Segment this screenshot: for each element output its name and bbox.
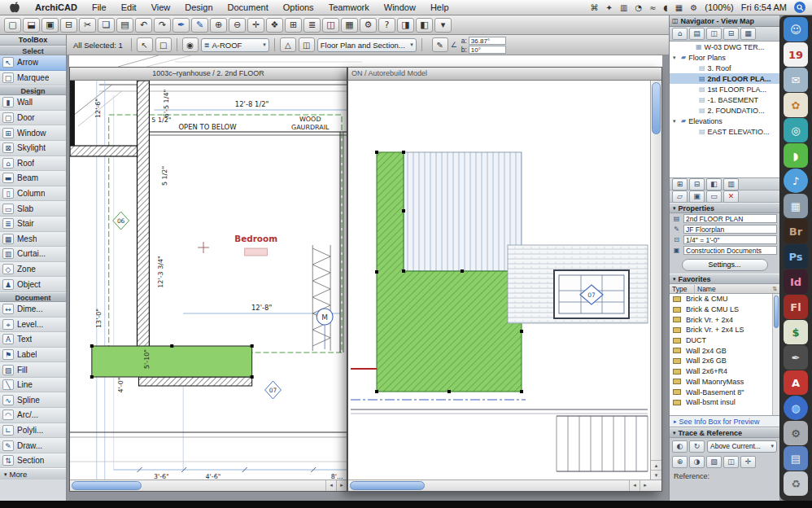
menubar-status-icon[interactable]: ◔ xyxy=(635,3,642,12)
properties-section-header[interactable]: ▾ Properties xyxy=(670,203,779,213)
toolbox-tool[interactable]: ↖ Arrow xyxy=(0,55,66,71)
menubar-menu[interactable]: Design xyxy=(177,0,220,15)
toolbar-icon-button[interactable]: ▢ xyxy=(4,18,21,33)
toolbox-title[interactable]: ToolBox xyxy=(0,35,66,46)
favorite-row[interactable]: Wall 2x6 GB xyxy=(670,356,779,366)
floor-plan-hscrollbar[interactable]: ◂ ▸ xyxy=(70,480,347,491)
toolbar-icon-button[interactable]: ◨ xyxy=(397,18,414,33)
property-field[interactable]: Construction Documents xyxy=(683,246,777,255)
menubar-menu[interactable]: Teamwork xyxy=(321,0,377,15)
navigator-icon-button[interactable]: ▦ xyxy=(740,28,756,40)
section-window-titlebar[interactable]: ON / Autorebuild Model xyxy=(348,68,661,81)
toolbar-icon-button[interactable]: ◫ xyxy=(322,18,339,33)
favorite-row[interactable]: Wall-Basement 8" xyxy=(670,387,779,397)
scroll-left-icon[interactable]: ◂ xyxy=(629,480,640,491)
toolbox-tool[interactable]: ▢ Door xyxy=(0,111,66,126)
dock-app-icon[interactable]: ◗ xyxy=(784,143,808,168)
menubar-menu[interactable]: Options xyxy=(276,0,321,15)
menubar-menu[interactable]: Help xyxy=(423,0,456,15)
menubar-status-icon[interactable]: ≈ xyxy=(649,3,656,12)
property-field[interactable]: 2nd FLOOR PLAN xyxy=(683,214,777,223)
navigator-icon-button[interactable]: ✕ xyxy=(723,190,739,203)
toolbar-icon-button[interactable]: ↷ xyxy=(154,18,171,33)
column-name[interactable]: Name xyxy=(694,285,770,293)
toolbox-tool[interactable]: ♟ Object xyxy=(0,277,66,292)
dock-app-icon[interactable]: ✉ xyxy=(784,68,808,92)
scroll-right-icon[interactable]: ▸ xyxy=(336,480,347,491)
section-drawing[interactable]: 07 xyxy=(348,81,650,480)
toolbox-tool[interactable]: ⚑ Label xyxy=(0,348,66,363)
scroll-down-icon[interactable]: ▾ xyxy=(651,470,661,480)
menubar-clock[interactable]: Fri 6:54 AM xyxy=(741,2,787,12)
navigator-icon-button[interactable]: ▭ xyxy=(706,190,722,203)
favorite-row[interactable]: DUCT xyxy=(670,335,779,346)
info-box-preview-link[interactable]: ▸ See Info Box for Preview xyxy=(670,416,779,427)
dock-app-icon[interactable]: ☺ xyxy=(784,17,808,42)
geometry-method-button[interactable]: ◫ xyxy=(299,37,315,52)
toolbar-icon-button[interactable]: ❏ xyxy=(98,18,115,33)
navigator-icon-button[interactable]: ✛ xyxy=(740,456,756,468)
toolbar-icon-button[interactable]: ▦ xyxy=(341,18,358,33)
toolbox-tool[interactable]: ⊞ Window xyxy=(0,125,66,141)
toolbox-tool[interactable]: ∟ Polyli... xyxy=(0,423,66,439)
toolbar-icon-button[interactable]: ▾ xyxy=(434,18,452,33)
toolbar-icon-button[interactable]: ✛ xyxy=(247,18,264,33)
favorite-row[interactable]: Brick Vr. + 2x4 xyxy=(670,314,779,325)
marquee-tool-button[interactable]: □ xyxy=(155,37,172,52)
dock-app-icon[interactable]: ▦ xyxy=(784,194,808,218)
toolbar-icon-button[interactable]: ⊟ xyxy=(60,18,77,33)
apple-menu-icon[interactable] xyxy=(10,2,21,13)
navigator-icon-button[interactable]: ⊟ xyxy=(723,28,739,40)
dock-app-icon[interactable]: $ xyxy=(784,320,808,344)
dock-app-icon[interactable]: ♻ xyxy=(784,471,808,496)
favorite-row[interactable]: Brick & CMU LS xyxy=(670,304,779,315)
eye-icon[interactable]: ◉ xyxy=(182,37,199,52)
column-type[interactable]: Type xyxy=(672,285,692,293)
toolbox-section-select[interactable]: Select xyxy=(0,46,66,55)
view-map-tree-item[interactable]: ▦ W-03 DWG TER... xyxy=(670,42,779,52)
property-field[interactable]: 1/4" = 1'-0" xyxy=(683,235,777,244)
dock-app-icon[interactable]: ◍ xyxy=(784,396,808,420)
navigator-icon-button[interactable]: ▧ xyxy=(706,456,722,468)
toolbar-icon-button[interactable]: ✒ xyxy=(172,18,190,33)
toolbar-icon-button[interactable]: ✂ xyxy=(79,18,96,33)
favorite-row[interactable]: Wall 2x4 GB xyxy=(670,345,779,356)
menubar-menu[interactable]: Edit xyxy=(114,0,144,15)
navigator-icon-button[interactable]: ▤ xyxy=(689,28,705,40)
navigator-icon-button[interactable]: ▱ xyxy=(672,190,688,203)
dock-app-icon[interactable]: Ps xyxy=(784,244,808,269)
toolbar-icon-button[interactable]: ▣ xyxy=(41,18,59,33)
navigator-icon-button[interactable]: ◫ xyxy=(706,28,722,40)
section-vscrollbar[interactable]: ▴ ▾ xyxy=(650,81,661,480)
floor-plan-window-titlebar[interactable]: 1003c–ryanhouse / 2. 2nd FLOOR xyxy=(70,68,347,81)
toolbar-icon-button[interactable]: ⬓ xyxy=(23,18,40,33)
menubar-menu[interactable]: File xyxy=(85,0,114,15)
toolbar-icon-button[interactable]: ≣ xyxy=(303,18,321,33)
floor-plan-window[interactable]: 1003c–ryanhouse / 2. 2nd FLOOR xyxy=(69,67,347,492)
property-field[interactable]: JF Floorplan xyxy=(683,225,777,234)
scroll-left-icon[interactable]: ◂ xyxy=(325,480,336,491)
navigator-icon-button[interactable]: ↻ xyxy=(689,440,705,453)
navigator-icon-button[interactable]: ◐ xyxy=(672,440,688,453)
toolbox-tool[interactable]: ◠ Arc/... xyxy=(0,408,66,423)
navigator-icon-button[interactable]: ⊞ xyxy=(672,178,688,190)
dock-app-icon[interactable]: ✒ xyxy=(784,345,808,370)
toolbar-icon-button[interactable]: ↶ xyxy=(135,18,152,33)
toolbox-tool[interactable]: A Text xyxy=(0,332,66,348)
navigator-icon-button[interactable]: ◑ xyxy=(689,456,705,468)
toolbox-tool[interactable]: ▮ Wall xyxy=(0,95,66,111)
sort-icon[interactable]: ⇅ xyxy=(772,286,777,292)
settings-button[interactable]: Settings... xyxy=(682,259,768,271)
favorites-section-header[interactable]: ▾ Favorites xyxy=(670,274,779,284)
scroll-right-icon[interactable]: ▸ xyxy=(640,480,650,491)
toolbar-icon-button[interactable]: ◧ xyxy=(416,18,433,33)
view-map-tree-item[interactable]: ▤ 2nd FLOOR PLA... xyxy=(670,73,779,84)
menubar-status-icon[interactable]: ◖ xyxy=(664,3,668,12)
navigator-icon-button[interactable]: ◫ xyxy=(723,456,739,468)
spotlight-icon[interactable] xyxy=(794,2,805,13)
menubar-status-icon[interactable]: ⚙ xyxy=(690,3,697,12)
toolbar-icon-button[interactable]: ❖ xyxy=(266,18,283,33)
dock-app-icon[interactable]: ✿ xyxy=(784,93,808,117)
favorites-scrollbar[interactable] xyxy=(772,294,779,415)
floor-plan-drawing[interactable]: 06 07 M OPEN TO BELOW WOOD GAURDRAIL Bed… xyxy=(70,81,347,480)
